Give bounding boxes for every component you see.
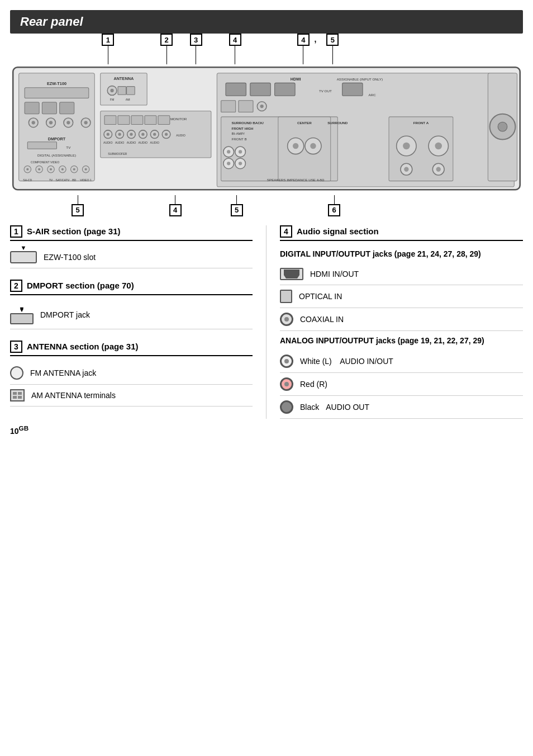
svg-point-29 — [73, 168, 75, 171]
svg-point-10 — [49, 121, 53, 124]
svg-text:MONITOR: MONITOR — [170, 117, 187, 121]
svg-text:BI-AMP/: BI-AMP/ — [231, 131, 245, 135]
svg-rect-5 — [42, 102, 56, 114]
svg-point-12 — [66, 121, 70, 124]
svg-point-117 — [498, 122, 507, 131]
svg-point-90 — [227, 150, 230, 153]
svg-point-61 — [153, 133, 156, 136]
optical-item: OPTICAL IN — [280, 285, 523, 308]
callout-bottom-5b: 5 — [231, 195, 243, 216]
section-1-item-0: EZW-T100 slot — [10, 247, 253, 268]
svg-text:TV OUT: TV OUT — [319, 89, 332, 93]
svg-point-107 — [403, 143, 410, 150]
analog-subtitle: ANALOG INPUT/OUTPUT jacks (page 19, 21, … — [280, 331, 523, 350]
svg-rect-3 — [25, 88, 89, 98]
section-2-header: 2 DMPORT section (page 70) — [10, 280, 253, 295]
right-column: 4 Audio signal section DIGITAL INPUT/OUT… — [266, 225, 523, 419]
svg-point-40 — [110, 89, 113, 92]
callout-top-2: 2 — [160, 34, 173, 64]
section-1: 1 S-AIR section (page 31) EZW-T100 slot — [10, 225, 253, 268]
ezw-slot-label: EZW-T100 slot — [44, 253, 96, 262]
svg-text:AUDIO: AUDIO — [115, 141, 124, 144]
svg-rect-81 — [239, 101, 253, 112]
svg-text:ASSIGNABLE (INPUT ONLY): ASSIGNABLE (INPUT ONLY) — [337, 77, 383, 81]
callout-top-1: 1 — [102, 34, 114, 64]
svg-rect-80 — [221, 101, 236, 112]
page-title-bar: Rear panel — [10, 10, 523, 34]
svg-text:SPEAKERS IMPEDANCE USE 4-8Ω: SPEAKERS IMPEDANCE USE 4-8Ω — [267, 178, 325, 182]
svg-text:FRONT A: FRONT A — [413, 121, 429, 125]
svg-text:SURROUND: SURROUND — [327, 121, 348, 125]
svg-text:HDMI: HDMI — [291, 77, 301, 82]
svg-text:ARC: ARC — [369, 93, 377, 97]
svg-text:BD: BD — [72, 178, 76, 182]
section-3-title: ANTENNA section (page 31) — [27, 342, 138, 351]
svg-rect-50 — [158, 116, 170, 125]
fm-antenna-label: FM ANTENNA jack — [30, 368, 96, 377]
svg-rect-97 — [278, 117, 331, 181]
svg-text:ANTENNA: ANTENNA — [114, 76, 134, 81]
black-label: Black — [300, 403, 319, 412]
comma-separator: , — [315, 35, 317, 44]
black-rca-icon — [280, 400, 293, 414]
svg-point-83 — [260, 105, 264, 108]
svg-text:DIGITAL (ASSIGNABLE): DIGITAL (ASSIGNABLE) — [37, 153, 76, 157]
svg-rect-6 — [60, 102, 74, 114]
audio-in-out-label: AUDIO IN/OUT — [340, 357, 393, 366]
svg-point-14 — [84, 121, 87, 124]
svg-point-59 — [141, 133, 144, 136]
svg-text:SA-CD: SA-CD — [23, 178, 32, 182]
svg-rect-46 — [104, 116, 116, 125]
section-2-number: 2 — [10, 280, 22, 292]
analog-subsection: ANALOG INPUT/OUTPUT jacks (page 19, 21, … — [280, 331, 523, 419]
bottom-callouts: 5 4 5 6 — [10, 195, 523, 220]
svg-point-102 — [310, 143, 316, 149]
hdmi-icon — [280, 268, 303, 280]
svg-point-92 — [239, 150, 242, 153]
section-1-header: 1 S-AIR section (page 31) — [10, 225, 253, 241]
svg-text:COMPONENT VIDEO: COMPONENT VIDEO — [31, 160, 59, 164]
content-grid: 1 S-AIR section (page 31) EZW-T100 slot … — [10, 225, 523, 419]
coaxial-label: COAXIAL IN — [300, 315, 344, 324]
svg-rect-74 — [226, 83, 246, 96]
svg-text:CENTER: CENTER — [297, 121, 312, 125]
digital-subtitle: DIGITAL INPUT/OUTPUT jacks (page 21, 24,… — [280, 247, 523, 263]
svg-marker-118 — [284, 270, 299, 278]
page-number: 10GB — [10, 424, 28, 436]
diagram-container: 1 2 3 4 4 , 5 — [0, 34, 533, 220]
am-antenna-label: AM ANTENNA terminals — [31, 391, 116, 400]
svg-rect-41 — [118, 87, 126, 95]
svg-rect-48 — [131, 116, 143, 125]
callout-top-4: 4 — [229, 34, 241, 64]
section-2-title: DMPORT section (page 70) — [27, 281, 134, 290]
section-1-title: S-AIR section (page 31) — [27, 226, 121, 236]
svg-text:TV: TV — [66, 145, 71, 149]
callout-top-3: 3 — [190, 34, 202, 64]
callout-bottom-6: 6 — [328, 195, 340, 216]
receiver-diagram: EZW-T100 DMPORT TV DIGITAL (ASSIGNABLE) — [10, 64, 523, 195]
receiver-svg: EZW-T100 DMPORT TV DIGITAL (ASSIGNABLE) — [10, 64, 523, 193]
callout-bottom-5a: 5 — [72, 195, 84, 216]
svg-point-94 — [227, 162, 230, 165]
svg-rect-16 — [27, 142, 56, 149]
hdmi-item: HDMI IN/OUT — [280, 263, 523, 285]
red-r-label: Red (R) — [300, 380, 327, 389]
white-rca-icon — [280, 355, 293, 368]
coaxial-icon — [280, 313, 293, 326]
section-2-item-0: ▼ DMPORT jack — [10, 301, 253, 329]
svg-text:FM: FM — [110, 98, 115, 101]
svg-rect-4 — [25, 102, 39, 114]
section-3-header: 3 ANTENNA section (page 31) — [10, 341, 253, 356]
svg-rect-42 — [127, 87, 135, 95]
svg-point-8 — [32, 121, 35, 124]
svg-text:DMPORT: DMPORT — [48, 136, 66, 141]
section-3-item-0: FM ANTENNA jack — [10, 362, 253, 385]
svg-rect-49 — [145, 116, 156, 125]
svg-point-53 — [107, 133, 110, 136]
svg-point-100 — [293, 143, 298, 149]
svg-point-55 — [118, 133, 121, 136]
section-3: 3 ANTENNA section (page 31) FM ANTENNA j… — [10, 341, 253, 407]
svg-text:AUDIO: AUDIO — [139, 141, 147, 144]
svg-point-57 — [130, 133, 132, 136]
digital-subsection: DIGITAL INPUT/OUTPUT jacks (page 21, 24,… — [280, 247, 523, 331]
